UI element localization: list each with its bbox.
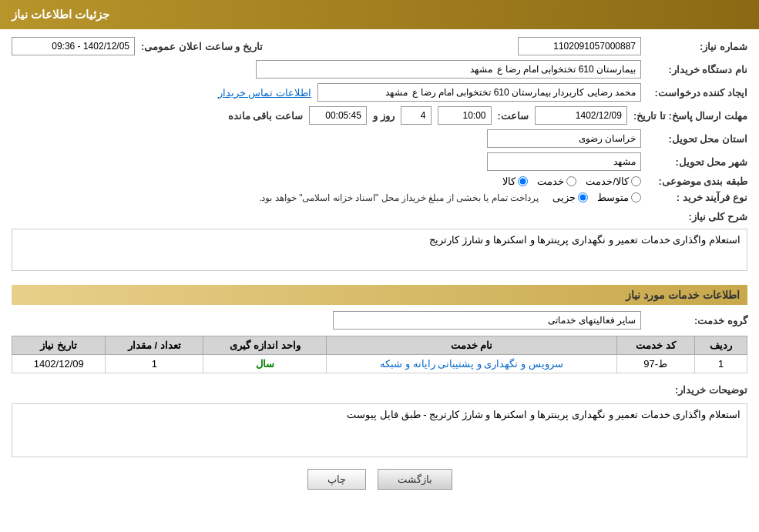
- service-group-input[interactable]: [333, 311, 641, 330]
- col-unit: واحد اندازه گیری: [203, 336, 327, 355]
- province-row: استان محل تحویل:: [12, 129, 747, 148]
- cat-service-label: خدمت: [537, 176, 564, 187]
- page-title: جزئیات اطلاعات نیاز: [12, 8, 109, 21]
- cat-goods-service-label: کالا/خدمت: [586, 176, 629, 187]
- deadline-time-input[interactable]: [438, 106, 492, 125]
- pt-note: پرداخت تمام یا بخشی از مبلغ خریداز محل "…: [259, 192, 539, 203]
- org-name-row: نام دستگاه خریدار:: [12, 60, 747, 79]
- deadline-days-label: روز و: [373, 110, 395, 122]
- cat-service-radio[interactable]: [566, 176, 576, 186]
- deadline-row: مهلت ارسال پاسخ: تا تاریخ: ساعت: روز و س…: [12, 106, 747, 125]
- buyer-notes-row: توضیحات خریدار: استعلام واگذاری خدمات تع…: [12, 381, 747, 457]
- buyer-notes-value: استعلام واگذاری خدمات تعمیر و نگهداری پر…: [347, 409, 741, 420]
- contact-link[interactable]: اطلاعات تماس خریدار: [218, 87, 311, 99]
- table-row: 1 ط-97 سرویس و نگهداری و پشتیبانی رایانه…: [12, 355, 747, 373]
- cell-name: سرویس و نگهداری و پشتیبانی رایانه و شبکه: [327, 355, 616, 373]
- summary-value: استعلام واگذاری خدمات تعمیر و نگهداری پر…: [429, 234, 741, 246]
- announce-datetime-input[interactable]: [12, 37, 135, 55]
- col-qty: تعداد / مقدار: [106, 336, 203, 355]
- pt-medium-item: متوسط: [597, 192, 641, 203]
- province-label: استان محل تحویل:: [647, 133, 747, 145]
- col-date: تاریخ نیاز: [12, 336, 106, 355]
- services-table-section: ردیف کد خدمت نام خدمت واحد اندازه گیری ت…: [12, 336, 747, 373]
- purchase-type-radio-group: متوسط جزیی: [552, 192, 641, 203]
- deadline-label: مهلت ارسال پاسخ: تا تاریخ:: [633, 110, 747, 122]
- deadline-time-label: ساعت:: [498, 110, 529, 122]
- remaining-time-input[interactable]: [309, 106, 367, 125]
- cell-code: ط-97: [616, 355, 694, 373]
- service-group-row: گروه خدمت:: [12, 311, 747, 330]
- cat-goods-label: کالا: [502, 176, 516, 187]
- cat-service-item: خدمت: [537, 176, 576, 187]
- page-header: جزئیات اطلاعات نیاز: [0, 0, 759, 29]
- cat-goods-service-item: کالا/خدمت: [586, 176, 641, 187]
- back-button[interactable]: بازگشت: [378, 469, 452, 490]
- cell-qty: 1: [106, 355, 203, 373]
- cell-row: 1: [694, 355, 747, 373]
- purchase-type-row: نوع فرآیند خرید : متوسط جزیی پرداخت تمام…: [12, 192, 747, 203]
- bottom-buttons: بازگشت چاپ: [12, 469, 747, 490]
- services-table: ردیف کد خدمت نام خدمت واحد اندازه گیری ت…: [12, 336, 747, 373]
- city-label: شهر محل تحویل:: [647, 156, 747, 168]
- cat-goods-item: کالا: [502, 176, 528, 187]
- summary-box: استعلام واگذاری خدمات تعمیر و نگهداری پر…: [12, 229, 747, 271]
- need-number-label: شماره نیاز:: [647, 41, 747, 52]
- category-label: طبقه بندی موضوعی:: [647, 176, 747, 187]
- need-number-row: شماره نیاز: تاریخ و ساعت اعلان عمومی:: [12, 37, 747, 55]
- pt-partial-radio[interactable]: [578, 192, 588, 202]
- purchase-type-label: نوع فرآیند خرید :: [647, 192, 747, 203]
- creator-input[interactable]: [317, 83, 641, 102]
- category-row: طبقه بندی موضوعی: کالا/خدمت خدمت کالا: [12, 176, 747, 187]
- pt-medium-radio[interactable]: [631, 192, 641, 202]
- deadline-days-input[interactable]: [401, 106, 432, 125]
- cat-goods-radio[interactable]: [518, 176, 528, 186]
- print-button[interactable]: چاپ: [307, 469, 366, 490]
- summary-label: شرح کلی نیاز:: [647, 211, 747, 223]
- summary-row: شرح کلی نیاز: استعلام واگذاری خدمات تعمی…: [12, 208, 747, 277]
- buyer-notes-box: استعلام واگذاری خدمات تعمیر و نگهداری پر…: [12, 403, 747, 457]
- buyer-notes-label: توضیحات خریدار:: [647, 384, 747, 396]
- services-section-title: اطلاعات خدمات مورد نیاز: [12, 285, 747, 305]
- pt-partial-label: جزیی: [552, 192, 576, 203]
- org-name-input[interactable]: [256, 60, 641, 79]
- pt-medium-label: متوسط: [597, 192, 629, 203]
- pt-partial-item: جزیی: [552, 192, 588, 203]
- org-name-label: نام دستگاه خریدار:: [647, 64, 747, 75]
- city-input[interactable]: [487, 152, 641, 171]
- creator-label: ایجاد کننده درخواست:: [647, 87, 747, 99]
- announce-datetime-label: تاریخ و ساعت اعلان عمومی:: [141, 41, 263, 52]
- deadline-date-input[interactable]: [535, 106, 627, 125]
- col-name: نام خدمت: [327, 336, 616, 355]
- col-row: ردیف: [694, 336, 747, 355]
- service-group-label: گروه خدمت:: [647, 315, 747, 326]
- cat-goods-service-radio[interactable]: [631, 176, 641, 186]
- province-input[interactable]: [487, 129, 641, 148]
- remaining-label: ساعت باقی مانده: [228, 110, 303, 122]
- category-radio-group: کالا/خدمت خدمت کالا: [502, 176, 641, 187]
- col-code: کد خدمت: [616, 336, 694, 355]
- cell-unit: سال: [203, 355, 327, 373]
- creator-row: ایجاد کننده درخواست: اطلاعات تماس خریدار: [12, 83, 747, 102]
- cell-date: 1402/12/09: [12, 355, 106, 373]
- city-row: شهر محل تحویل:: [12, 152, 747, 171]
- need-number-input[interactable]: [518, 37, 641, 55]
